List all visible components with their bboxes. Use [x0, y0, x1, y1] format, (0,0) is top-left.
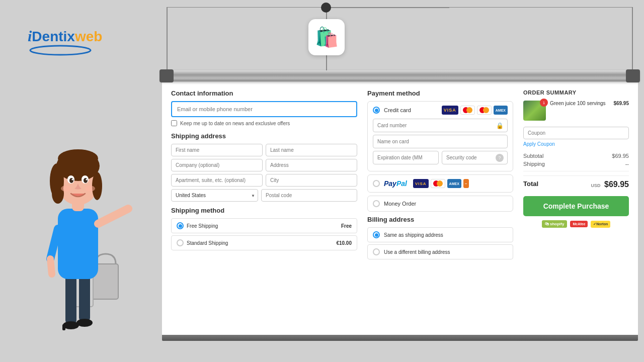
order-item: 1 Green juice 100 servings $69.95: [523, 101, 629, 121]
logo-ellipse-icon: [28, 45, 93, 56]
svg-point-25: [69, 178, 73, 183]
money-order-label: Money Order: [384, 201, 416, 207]
free-shipping-radio[interactable]: [177, 222, 184, 229]
item-price: $69.95: [613, 101, 629, 106]
summary-divider: [523, 171, 629, 171]
logo-i: i: [28, 28, 32, 45]
security-help-icon[interactable]: ?: [496, 154, 504, 162]
paypal-disc-icon: ~: [463, 179, 469, 188]
standard-shipping-option[interactable]: Standard Shipping €10.00: [171, 235, 357, 250]
logo-dentix: Dentix: [32, 29, 75, 45]
coupon-input[interactable]: [523, 127, 629, 139]
expiration-wrap: [373, 151, 439, 164]
shopify-badge: 🛍 shopify: [542, 220, 568, 228]
paypal-radio[interactable]: [373, 180, 380, 187]
billing-different-option[interactable]: Use a different billing address: [367, 244, 513, 259]
money-order-radio[interactable]: [373, 200, 380, 207]
credit-card-label: Credit card: [384, 107, 411, 113]
free-shipping-price: Free: [341, 223, 352, 229]
item-info: Green juice 100 servings: [550, 101, 609, 106]
payment-title: Payment method: [367, 89, 513, 97]
mastercard-icon: [460, 106, 475, 115]
billing-section: Billing address Same as shipping address…: [367, 216, 513, 259]
security-wrap: ?: [442, 151, 508, 164]
shopify-logo: 🛍️: [308, 19, 345, 55]
shipping-row: Shipping --: [523, 161, 629, 167]
svg-point-21: [58, 149, 98, 167]
amex-icon: AMEX: [494, 106, 508, 115]
shipping-address-section: Shipping address United States: [171, 132, 357, 202]
free-shipping-option[interactable]: Free Shipping Free: [171, 218, 357, 233]
last-name-input[interactable]: [266, 144, 357, 156]
email-input[interactable]: [171, 101, 357, 117]
svg-point-4: [30, 46, 91, 55]
mastercard2-icon: [477, 106, 492, 115]
paypal-mc-icon: [431, 179, 445, 188]
country-select[interactable]: United States: [171, 189, 258, 202]
free-shipping-label: Free Shipping: [187, 223, 218, 229]
postal-input[interactable]: [261, 189, 357, 202]
card-number-input[interactable]: [373, 119, 508, 132]
order-summary-section: ORDER SUMMARY 1 Green juice 100 servings…: [523, 89, 629, 329]
mcafee-badge: McAfee: [570, 221, 588, 227]
paypal-logo: PayPal: [384, 179, 407, 188]
billing-same-radio[interactable]: [373, 231, 380, 238]
item-name: Green juice 100 servings: [550, 101, 609, 106]
country-select-wrap: United States ▼: [171, 189, 258, 202]
svg-point-20: [52, 184, 64, 204]
svg-rect-7: [65, 274, 76, 324]
item-image: 1: [523, 101, 546, 121]
subtotal-label: Subtotal: [523, 153, 543, 159]
billing-same-label: Same as shipping address: [384, 232, 443, 238]
billing-same-option[interactable]: Same as shipping address: [367, 227, 513, 242]
paypal-visa-icon: VISA: [413, 179, 429, 188]
lock-icon: 🔒: [496, 122, 504, 129]
woman-figure: [13, 93, 143, 344]
credit-card-option: Credit card VISA AMEX: [367, 101, 513, 171]
apartment-input[interactable]: [171, 174, 263, 187]
complete-purchase-button[interactable]: Complete Purchase: [523, 196, 629, 216]
credit-card-radio[interactable]: [373, 107, 380, 114]
identixweb-logo: i Dentix web: [28, 28, 102, 58]
company-input[interactable]: [171, 159, 263, 171]
svg-rect-12: [58, 209, 98, 279]
newsletter-checkbox[interactable]: [171, 120, 177, 126]
card-icons: VISA AMEX: [442, 106, 508, 115]
subtotal-value: $69.95: [612, 153, 629, 159]
name-on-card-wrap: [373, 135, 508, 148]
svg-rect-11: [62, 324, 65, 330]
paypal-option[interactable]: PayPal VISA AMEX ~: [367, 174, 513, 193]
money-order-option[interactable]: Money Order: [367, 196, 513, 212]
visa-icon: VISA: [442, 106, 458, 115]
city-input[interactable]: [266, 174, 357, 187]
standard-shipping-radio[interactable]: [177, 239, 184, 246]
total-currency: USD: [591, 183, 600, 188]
checkout-screen: Contact information Keep me up to date o…: [162, 81, 638, 337]
trust-badges: 🛍 shopify McAfee ✓Norton: [523, 220, 629, 228]
newsletter-label: Keep me up to date on news and exclusive…: [180, 121, 290, 126]
svg-line-14: [50, 229, 58, 259]
billing-different-radio[interactable]: [373, 248, 380, 255]
standard-shipping-label: Standard Shipping: [187, 240, 228, 246]
svg-line-15: [50, 259, 52, 274]
shipping-method-section: Shipping method Free Shipping Free Stand…: [171, 207, 357, 250]
apply-coupon-link[interactable]: Apply Coupon: [523, 141, 629, 147]
card-number-wrap: 🔒: [373, 119, 508, 132]
shipping-method-title: Shipping method: [171, 207, 357, 214]
order-summary-title: ORDER SUMMARY: [523, 89, 629, 96]
first-name-input[interactable]: [171, 144, 263, 156]
paypal-card-icons: VISA AMEX ~: [413, 179, 469, 188]
address-input[interactable]: [266, 159, 357, 171]
billing-title: Billing address: [367, 216, 513, 223]
total-amount: USD $69.95: [591, 180, 629, 189]
svg-point-28: [86, 179, 88, 180]
expiration-input[interactable]: [373, 151, 439, 164]
svg-point-26: [84, 178, 88, 183]
svg-point-27: [72, 179, 73, 180]
svg-point-22: [92, 172, 102, 200]
svg-line-13: [98, 209, 128, 224]
name-on-card-input[interactable]: [373, 135, 508, 148]
logo-web: web: [75, 29, 102, 45]
shipping-label: Shipping: [523, 161, 545, 167]
total-label: Total: [523, 180, 538, 189]
